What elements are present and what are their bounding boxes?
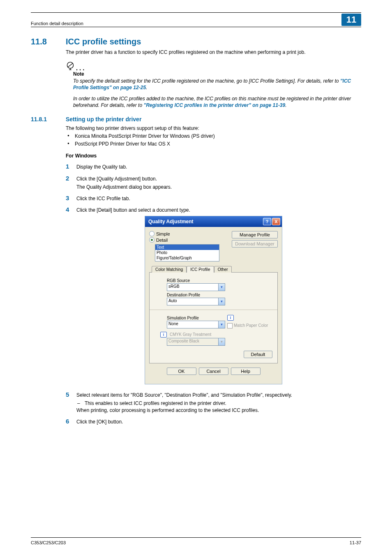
ok-button[interactable]: OK	[167, 368, 196, 375]
default-button[interactable]: Default	[244, 351, 272, 358]
step-number: 3	[66, 194, 76, 202]
destination-profile-combo[interactable]: Auto ▼	[167, 298, 225, 305]
match-paper-checkbox	[227, 323, 233, 328]
note-icon	[66, 61, 75, 70]
note-paragraph-2: In order to utilize the ICC profiles add…	[73, 95, 361, 109]
radio-detail[interactable]	[149, 237, 154, 243]
note-paragraph-1: To specify the default setting for the I…	[73, 78, 361, 91]
help-icon[interactable]: ?	[263, 218, 271, 225]
svg-line-1	[68, 63, 73, 67]
info-icon[interactable]: i	[160, 332, 167, 338]
section-11-8-intro: The printer driver has a function to spe…	[66, 49, 361, 56]
rgb-source-label: RGB Source	[167, 278, 272, 283]
step-number: 5	[66, 391, 76, 414]
rgb-source-combo[interactable]: sRGB ▼	[167, 283, 225, 291]
step-5-text: Select relevant items for "RGB Source", …	[76, 392, 361, 398]
driver-bullet-1: Konica Minolta PostScript Printer Driver…	[66, 133, 361, 140]
step-4-text: Click the [Detail] button and select a d…	[76, 206, 361, 213]
tab-other[interactable]: Other	[214, 266, 232, 273]
footer-model: C353/C253/C203	[31, 540, 66, 545]
running-head: Function detail description	[31, 21, 83, 26]
step-number: 2	[66, 175, 76, 190]
note-link-2[interactable]: "Registering ICC profiles in the printer…	[143, 102, 285, 108]
list-item[interactable]: Photo	[155, 250, 219, 255]
help-button[interactable]: Help	[231, 368, 261, 375]
driver-bullet-2: PostScript PPD Printer Driver for Mac OS…	[66, 141, 361, 148]
step-2-text: Click the [Quality Adjustment] button.	[76, 176, 361, 182]
section-number-11-8: 11.8	[31, 37, 66, 46]
match-paper-label: Match Paper Color	[234, 323, 268, 328]
step-number: 1	[66, 163, 76, 170]
list-item[interactable]: Text	[155, 245, 219, 250]
note-label: Note	[73, 71, 361, 77]
step-3-text: Click the ICC Profile tab.	[76, 194, 361, 202]
chevron-down-icon[interactable]: ▼	[218, 321, 225, 328]
footer-page-number: 11-37	[350, 540, 361, 545]
cmyk-gray-label: CMYK Gray Treatment	[170, 332, 211, 337]
step-5-dash: This enables to select ICC profiles regi…	[76, 400, 361, 407]
radio-detail-label: Detail	[156, 238, 168, 243]
chevron-down-icon[interactable]: ▼	[218, 283, 225, 291]
cancel-button[interactable]: Cancel	[199, 368, 228, 375]
tab-icc-profile[interactable]: ICC Profile	[187, 266, 214, 273]
section-11-8-1-intro: The following two printer drivers suppor…	[66, 125, 361, 132]
quality-adjustment-dialog: Quality Adjustment ? X Manage Profile Do…	[145, 216, 282, 384]
step-number: 6	[66, 418, 76, 425]
close-icon[interactable]: X	[272, 218, 280, 225]
manage-profile-button[interactable]: Manage Profile	[232, 231, 278, 238]
cmyk-gray-combo: Composite Black ▼	[167, 338, 225, 346]
radio-simple-label: Simple	[156, 231, 170, 236]
section-number-11-8-1: 11.8.1	[31, 116, 66, 123]
destination-profile-label: Destination Profile	[167, 293, 272, 297]
section-title-11-8: ICC profile settings	[66, 37, 141, 46]
list-item[interactable]: Figure/Table/Graph	[155, 255, 219, 261]
note-dots: ...	[76, 66, 85, 69]
step-6-text: Click the [OK] button.	[76, 418, 361, 425]
section-title-11-8-1: Setting up the printer driver	[66, 116, 141, 123]
info-icon[interactable]: i	[227, 315, 234, 321]
chapter-badge: 11	[341, 14, 361, 26]
radio-simple[interactable]	[149, 231, 154, 236]
for-windows-heading: For Windows	[66, 153, 361, 159]
doctype-listbox[interactable]: Text Photo Figure/Table/Graph	[155, 244, 219, 261]
download-manager-button[interactable]: Download Manager	[232, 240, 278, 247]
step-5-after: When printing, color processing is perfo…	[76, 407, 361, 414]
tab-color-matching[interactable]: Color Matching	[152, 266, 187, 273]
simulation-profile-label: Simulation Profile	[167, 316, 227, 320]
step-2-sub: The Quality Adjustment dialog box appear…	[76, 184, 361, 190]
simulation-profile-combo[interactable]: None ▼	[167, 321, 225, 328]
step-number: 4	[66, 206, 76, 213]
chevron-down-icon: ▼	[218, 338, 225, 346]
chevron-down-icon[interactable]: ▼	[218, 298, 225, 305]
step-1-text: Display the Quality tab.	[76, 163, 361, 170]
dialog-title: Quality Adjustment	[148, 219, 194, 224]
